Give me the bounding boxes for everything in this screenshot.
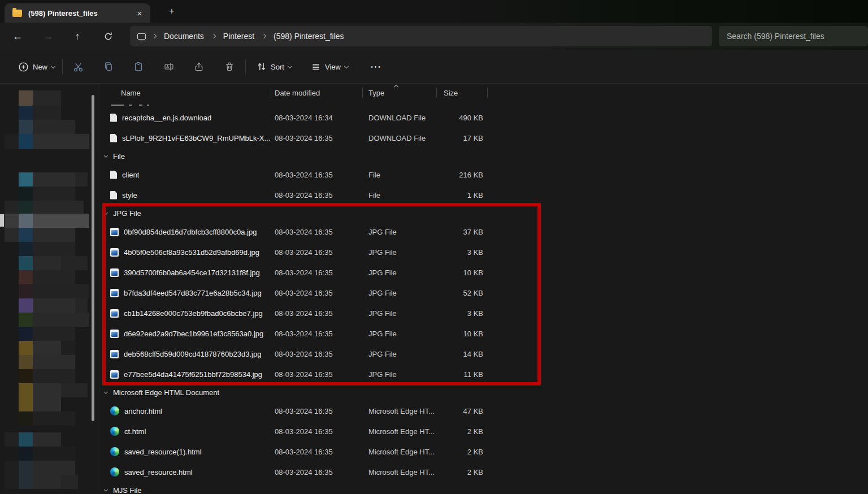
file-type: JPG File <box>363 330 437 338</box>
file-list: Name Date modified Type Size <box>99 84 868 494</box>
column-header-size[interactable]: Size <box>437 84 488 102</box>
group-header[interactable]: MJS File <box>99 482 868 494</box>
group-header[interactable]: File <box>99 148 868 164</box>
sidebar-blurred-item <box>19 187 33 201</box>
column-header-date-modified[interactable]: Date modified <box>271 84 363 102</box>
sidebar-blurred-item <box>33 369 75 383</box>
navigation-pane[interactable] <box>0 84 99 494</box>
sidebar-blurred-item <box>19 90 33 106</box>
sidebar-blurred-item <box>33 327 75 341</box>
paste-button[interactable] <box>131 59 146 75</box>
sidebar-blurred-item <box>33 90 61 106</box>
group-header[interactable]: Microsoft Edge HTML Document <box>99 384 868 401</box>
column-header-type[interactable]: Type <box>363 84 437 102</box>
copy-button[interactable] <box>101 59 116 75</box>
file-size: 17 KB <box>437 134 488 142</box>
file-type: DOWNLOAD File <box>363 114 437 122</box>
sidebar-scrollbar[interactable] <box>92 95 94 421</box>
file-row[interactable]: 4b05f0e506cf8a93c531d52d9afbd69d.jpg08-0… <box>99 242 868 262</box>
file-row[interactable]: client08-03-2024 16:35File216 KB <box>99 164 868 185</box>
cut-button[interactable] <box>70 59 86 75</box>
up-button[interactable]: ↑ <box>70 29 85 44</box>
explorer-tab[interactable]: (598) Pinterest_files × <box>5 3 150 23</box>
file-name: 0bf90d854ded16d7dbfcb3cff8800c0a.jpg <box>124 228 257 236</box>
sort-button[interactable]: Sort <box>253 58 295 76</box>
column-header-type-label: Type <box>368 89 384 97</box>
sidebar-blurred-item <box>33 256 61 270</box>
file-row[interactable]: saved_resource(1).html08-03-2024 16:35Mi… <box>99 441 868 462</box>
rename-icon <box>164 62 174 72</box>
file-row[interactable]: cb1b14268e000c753eb9fbad0c6bcbe7.jpg08-0… <box>99 303 868 323</box>
file-name-cell: saved_resource.html <box>99 467 271 476</box>
file-name-cell: saved_resource(1).html <box>99 447 271 456</box>
file-name: ct.html <box>124 427 146 436</box>
address-bar[interactable]: Documents Pinterest (598) Pinterest_file… <box>130 26 712 46</box>
rename-button[interactable] <box>161 59 177 75</box>
file-name-cell: client <box>99 171 271 179</box>
new-button[interactable]: New <box>15 58 58 76</box>
new-tab-button[interactable]: + <box>166 5 178 18</box>
file-row[interactable]: 390d5700f6b0ab6a454ce17d32131f8f.jpg08-0… <box>99 262 868 283</box>
refresh-icon[interactable] <box>100 29 116 44</box>
sidebar-blurred-item <box>33 383 61 411</box>
file-name: b7fda3df4eed547d83c771e6a28b5c34.jpg <box>124 289 262 297</box>
file-name-cell: ct.html <box>99 427 271 436</box>
sidebar-blurred-item <box>5 228 19 242</box>
chevron-down-icon <box>104 211 108 215</box>
file-name: saved_resource.html <box>124 468 193 476</box>
file-row[interactable]: saved_resource.html08-03-2024 16:35Micro… <box>99 462 868 482</box>
file-name-cell: 4b05f0e506cf8a93c531d52d9afbd69d.jpg <box>99 248 271 257</box>
file-size: 37 KB <box>437 228 488 236</box>
file-row[interactable]: ct.html08-03-2024 16:35Microsoft Edge HT… <box>99 421 868 441</box>
file-name-cell: recaptcha__en.js.download <box>99 114 271 122</box>
file-row[interactable]: anchor.html08-03-2024 16:35Microsoft Edg… <box>99 401 868 421</box>
file-name: anchor.html <box>124 407 162 415</box>
file-type: JPG File <box>363 309 437 318</box>
file-row[interactable]: style08-03-2024 16:35File1 KB <box>99 185 868 205</box>
jpg-file-icon <box>110 268 119 277</box>
jpg-file-icon <box>110 330 119 338</box>
sidebar-blurred-item <box>33 284 89 298</box>
file-date-modified: 08-03-2024 16:34 <box>271 114 363 122</box>
file-name-cell: deb568cff5d59d009cd41878760b23d3.jpg <box>99 350 271 358</box>
group-label: JPG File <box>113 209 141 218</box>
forward-button[interactable]: → <box>40 29 56 44</box>
chevron-right-icon <box>262 34 266 38</box>
column-headers: Name Date modified Type Size <box>99 84 868 102</box>
search-input[interactable] <box>719 26 868 46</box>
back-button[interactable]: ← <box>10 29 25 44</box>
sort-button-label: Sort <box>271 63 284 71</box>
delete-button[interactable] <box>222 59 237 75</box>
share-button[interactable] <box>191 59 207 75</box>
file-row[interactable]: 0bf90d854ded16d7dbfcb3cff8800c0a.jpg08-0… <box>99 222 868 242</box>
plus-circle-icon <box>18 62 29 72</box>
jpg-file-icon <box>110 248 119 257</box>
view-button[interactable]: View <box>307 58 351 76</box>
file-row[interactable]: e77bee5d4da41475f6251bbf72b98534.jpg08-0… <box>99 364 868 384</box>
tab-close-button[interactable]: × <box>134 8 145 18</box>
sidebar-blurred-item <box>75 298 88 313</box>
file-row[interactable]: sLPlolr_9R2H1vFE63bCW9_RmUPMbLk-X...08-0… <box>99 128 868 148</box>
breadcrumb-current-folder[interactable]: (598) Pinterest_files <box>270 29 348 43</box>
breadcrumb-pinterest[interactable]: Pinterest <box>220 29 258 43</box>
file-row[interactable]: b7fda3df4eed547d83c771e6a28b5c34.jpg08-0… <box>99 283 868 303</box>
this-pc-icon[interactable] <box>137 33 146 40</box>
more-options-button[interactable]: ••• <box>368 59 384 75</box>
file-row[interactable]: recaptcha__en.js.download08-03-2024 16:3… <box>99 107 868 128</box>
file-date-modified: 08-03-2024 16:35 <box>271 171 363 179</box>
breadcrumb-documents[interactable]: Documents <box>160 29 207 43</box>
column-header-size-label: Size <box>444 89 458 97</box>
file-date-modified: 08-03-2024 16:35 <box>271 191 363 200</box>
file-date-modified: 08-03-2024 16:35 <box>271 268 363 277</box>
sort-ascending-icon <box>394 85 398 89</box>
file-row[interactable]: deb568cff5d59d009cd41878760b23d3.jpg08-0… <box>99 344 868 364</box>
edge-file-icon <box>110 447 119 456</box>
file-type: File <box>363 171 437 179</box>
group-label: Microsoft Edge HTML Document <box>113 388 219 397</box>
group-header[interactable]: JPG File <box>99 205 868 222</box>
column-header-name[interactable]: Name <box>99 84 271 102</box>
file-row[interactable]: d6e92eed2a9d7bec1b9961ef3c8563a0.jpg08-0… <box>99 323 868 344</box>
chevron-down-icon <box>344 64 349 68</box>
search-box[interactable] <box>719 26 868 46</box>
sidebar-blurred-item <box>19 411 33 426</box>
